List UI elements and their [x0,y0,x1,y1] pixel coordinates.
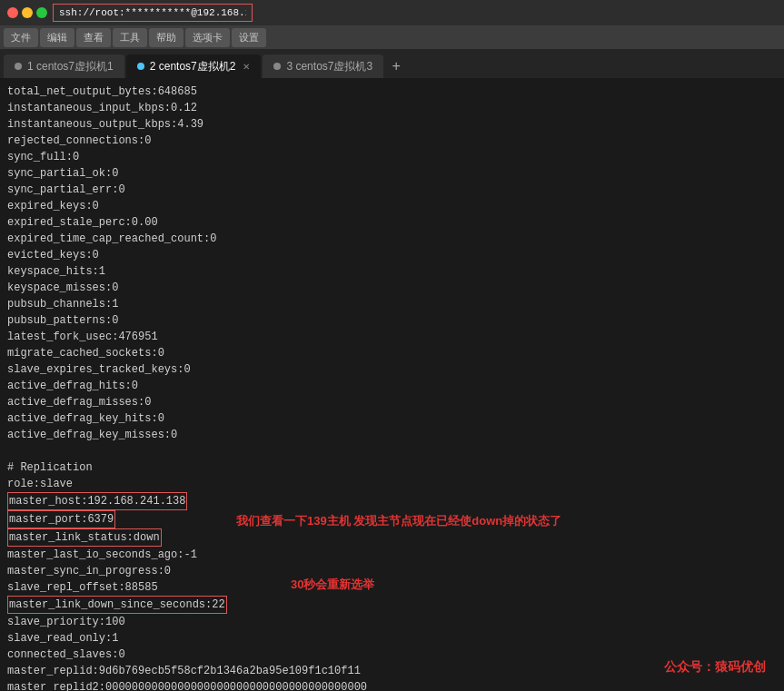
line-4: rejected_connections:0 [7,133,777,149]
line-keyspace-hits: keyspace_hits:1 [7,263,777,280]
maximize-button[interactable] [36,7,47,18]
tab-1[interactable]: 1 centos7虚拟机1 [4,54,124,78]
line-master-replid: master_replid:9d6b769ecb5f58cf2b1346a2ba… [7,663,777,679]
line-master-last-io: master_last_io_seconds_ago:-1 [7,547,777,563]
line-master-sync: master_sync_in_progress:0 [7,563,777,579]
line-slave-expires: slave_expires_tracked_keys:0 [7,361,777,378]
menu-edit[interactable]: 编辑 [40,28,74,47]
line-defrag-key-hits: active_defrag_key_hits:0 [7,410,777,427]
line-master-port: master_port:6379 [7,510,777,528]
window-controls[interactable] [7,7,47,18]
line-2: instantaneous_input_kbps:0.12 [7,100,777,116]
line-defrag-misses: active_defrag_misses:0 [7,394,777,410]
tab-1-dot [15,63,22,70]
close-button[interactable] [7,7,18,18]
line-expired-time: expired_time_cap_reached_count:0 [7,231,777,247]
highlight-master-link-status: master_link_status:down [7,528,162,547]
line-keyspace-misses: keyspace_misses:0 [7,280,777,296]
tab-2[interactable]: 2 centos7虚拟机2 ✕ [126,54,262,78]
line-expired-keys: expired_keys:0 [7,198,777,214]
line-3: instantaneous_output_kbps:4.39 [7,116,777,133]
tab-1-label: 1 centos7虚拟机1 [27,59,114,74]
line-evicted-keys: evicted_keys:0 [7,247,777,263]
tab-3[interactable]: 3 centos7虚拟机3 [263,54,383,78]
tab-2-dot [137,63,144,70]
highlight-master-port: master_port:6379 [7,510,115,528]
line-expired-stale: expired_stale_perc:0.00 [7,214,777,231]
line-master-link-status: master_link_status:down [7,528,777,547]
line-master-link-down: master_link_down_since_seconds:22 [7,596,777,614]
menu-file[interactable]: 文件 [4,28,38,47]
line-connected-slaves: connected_slaves:0 [7,647,777,663]
highlight-master-link-down: master_link_down_since_seconds:22 [7,596,227,614]
menu-tools[interactable]: 工具 [113,28,147,47]
line-blank1 [7,443,777,459]
tab-2-close[interactable]: ✕ [243,62,250,72]
terminal[interactable]: total_net_output_bytes:648685 instantane… [0,78,784,691]
line-migrate: migrate_cached_sockets:0 [7,345,777,361]
menu-view[interactable]: 查看 [76,28,111,47]
line-master-host: master_host:192.168.241.138 [7,492,777,510]
tab-bar: 1 centos7虚拟机1 2 centos7虚拟机2 ✕ 3 centos7虚… [0,49,784,78]
line-slave-repl-offset: slave_repl_offset:88585 [7,579,777,596]
menu-bar: 文件 编辑 查看 工具 帮助 选项卡 设置 [0,25,784,49]
line-pubsub-channels: pubsub_channels:1 [7,296,777,312]
line-6: sync_partial_ok:0 [7,165,777,182]
line-defrag-hits: active_defrag_hits:0 [7,378,777,394]
minimize-button[interactable] [22,7,33,18]
tab-2-label: 2 centos7虚拟机2 [150,59,236,74]
line-master-replid2: master_replid2:0000000000000000000000000… [7,679,777,691]
line-fork-usec: latest_fork_usec:476951 [7,329,777,345]
menu-help[interactable]: 帮助 [149,28,184,47]
line-pubsub-patterns: pubsub_patterns:0 [7,312,777,329]
title-bar [0,0,784,25]
line-5: sync_full:0 [7,149,777,165]
line-role: role:slave [7,476,777,492]
line-slave-priority: slave_priority:100 [7,614,777,630]
highlight-master-host: master_host:192.168.241.138 [7,492,187,510]
line-slave-readonly: slave_read_only:1 [7,630,777,647]
line-replication-header: # Replication [7,459,777,476]
menu-tabs[interactable]: 选项卡 [185,28,230,47]
add-tab-button[interactable]: + [385,54,407,78]
line-7: sync_partial_err:0 [7,182,777,198]
watermark: 公众号：猿码优创 [664,657,766,676]
tab-3-label: 3 centos7虚拟机3 [286,59,372,74]
menu-settings[interactable]: 设置 [232,28,266,47]
title-input[interactable] [53,4,253,22]
line-1: total_net_output_bytes:648685 [7,84,777,100]
line-defrag-key-misses: active_defrag_key_misses:0 [7,427,777,443]
tab-3-dot [273,63,281,70]
